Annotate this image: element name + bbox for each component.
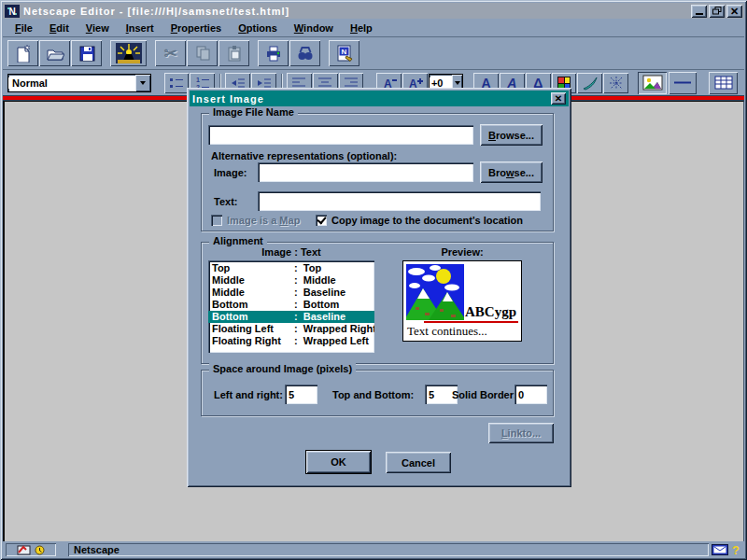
chevron-down-icon	[140, 81, 146, 85]
image-file-name-group: Image File Name Browse... Alternative re…	[201, 113, 554, 231]
alignment-option[interactable]: Bottom: Baseline	[208, 311, 374, 323]
alt-representations-label: Alternative representations (optional):	[211, 150, 397, 161]
cut-icon: ✂	[163, 46, 176, 62]
status-tray: ?	[712, 543, 741, 557]
status-task-label: Netscape	[74, 544, 120, 555]
alignment-option[interactable]: Floating Left: Wrapped Right	[208, 323, 374, 335]
alignment-option[interactable]: Middle: Middle	[208, 274, 374, 287]
insert-horizontal-line-icon	[672, 75, 693, 91]
menu-edit[interactable]: Edit	[41, 21, 78, 35]
save-button[interactable]	[71, 40, 102, 66]
cut-button[interactable]: ✂	[155, 40, 186, 66]
find-button[interactable]	[289, 40, 320, 66]
insert-image-dialog: Insert Image ✕ Image File Name Browse...…	[187, 88, 571, 487]
paragraph-style-value: Normal	[8, 77, 135, 89]
status-clock-icon	[34, 545, 46, 555]
alignment-list-header: Image : Text	[208, 246, 374, 258]
insert-target-button[interactable]	[603, 73, 628, 93]
browse-button[interactable]	[110, 40, 147, 66]
insert-table-button[interactable]	[709, 72, 738, 94]
paste-button[interactable]	[218, 40, 249, 66]
insert-horizontal-line-button[interactable]	[669, 72, 698, 94]
restore-button[interactable]	[709, 5, 725, 18]
netscape-app-icon: N	[5, 5, 20, 18]
copy-button[interactable]	[187, 40, 218, 66]
alignment-listbox[interactable]: Top: Top Middle: Middle Middle: Baseline…	[208, 260, 374, 353]
copy-image-label: Copy image to the document's location	[331, 215, 523, 226]
new-document-button[interactable]	[7, 40, 38, 66]
make-link-button[interactable]	[577, 73, 602, 93]
link-to-button[interactable]: Link to...	[488, 423, 554, 443]
browse-alt-image-button[interactable]: Browse...	[480, 161, 543, 183]
paragraph-style-combobox[interactable]: Normal	[7, 74, 151, 92]
menu-file[interactable]: File	[7, 21, 41, 35]
browse-lighthouse-icon	[116, 43, 142, 63]
paragraph-style-dropdown-button[interactable]	[135, 75, 150, 91]
alignment-option[interactable]: Floating Right: Wrapped Left	[208, 335, 374, 347]
view-in-browser-button[interactable]: N	[329, 40, 359, 66]
menu-properties[interactable]: Properties	[162, 21, 230, 35]
cancel-button[interactable]: Cancel	[386, 452, 451, 473]
svg-text:N: N	[8, 7, 15, 17]
image-file-name-input[interactable]	[208, 125, 473, 145]
help-icon[interactable]: ?	[732, 543, 740, 557]
minimize-button[interactable]	[691, 5, 707, 18]
svg-text:N: N	[341, 48, 346, 56]
menu-insert[interactable]: Insert	[118, 21, 162, 35]
insert-target-icon	[608, 76, 625, 91]
menu-options[interactable]: Options	[230, 21, 286, 35]
browse-file-button[interactable]: Browse...	[480, 124, 543, 146]
status-icon-panel	[6, 543, 56, 556]
bulleted-list-icon	[168, 76, 185, 91]
status-task-button[interactable]: Netscape	[68, 543, 709, 556]
image-map-label: Image is a Map	[227, 215, 300, 226]
space-legend: Space around Image (pixels)	[209, 363, 356, 374]
image-file-name-legend: Image File Name	[209, 106, 298, 118]
solid-border-label: Solid Border:	[452, 389, 517, 400]
save-icon	[78, 44, 96, 63]
window-titlebar: N Netscape Editor - [file:///H|/samsnet/…	[3, 3, 744, 19]
copy-image-checkbox[interactable]: Copy image to the document's location	[316, 215, 523, 226]
insert-table-icon	[713, 75, 734, 91]
find-binoculars-icon	[296, 44, 315, 63]
top-bottom-label: Top and Bottom:	[332, 389, 414, 400]
status-doc-icon	[17, 545, 31, 555]
statusbar: Netscape ?	[3, 541, 744, 557]
print-icon	[264, 44, 283, 63]
close-button[interactable]: ✕	[726, 5, 742, 18]
alignment-option[interactable]: Bottom: Bottom	[208, 299, 374, 311]
image-map-checkbox[interactable]: Image is a Map	[211, 215, 300, 226]
insert-image-button[interactable]	[638, 72, 667, 94]
copy-icon	[193, 44, 212, 63]
print-button[interactable]	[258, 40, 289, 66]
close-icon: ✕	[555, 93, 562, 104]
make-link-quill-icon	[582, 76, 599, 91]
mail-icon[interactable]	[712, 544, 728, 555]
ok-button[interactable]: OK	[306, 451, 371, 473]
dialog-title: Insert Image	[192, 93, 264, 105]
open-file-button[interactable]	[39, 40, 70, 66]
alignment-option[interactable]: Top: Top	[208, 262, 374, 274]
alt-image-label: Image:	[214, 167, 247, 178]
menubar: File Edit View Insert Properties Options…	[3, 19, 744, 36]
menu-help[interactable]: Help	[342, 21, 381, 35]
preview-sample-text: ABCygp	[465, 304, 516, 320]
alignment-option[interactable]: Middle: Baseline	[208, 287, 374, 299]
file-toolbar: ✂ N	[3, 36, 744, 69]
preview-label: Preview:	[402, 246, 522, 258]
bulleted-list-button[interactable]	[164, 73, 190, 93]
insert-image-icon	[642, 75, 663, 91]
space-around-image-group: Space around Image (pixels) Left and rig…	[201, 370, 554, 416]
solid-border-input[interactable]	[514, 385, 547, 404]
dialog-close-button[interactable]: ✕	[551, 92, 566, 105]
view-in-browser-icon: N	[335, 44, 354, 63]
menu-window[interactable]: Window	[286, 21, 342, 35]
alt-text-input[interactable]	[258, 191, 541, 211]
alignment-legend: Alignment	[209, 235, 267, 246]
left-right-input[interactable]	[285, 385, 317, 404]
checkbox-box	[316, 215, 327, 226]
close-icon: ✕	[730, 7, 739, 16]
alt-image-input[interactable]	[258, 162, 473, 182]
menu-view[interactable]: View	[78, 21, 118, 35]
preview-continues-text: Text continues...	[407, 324, 487, 339]
